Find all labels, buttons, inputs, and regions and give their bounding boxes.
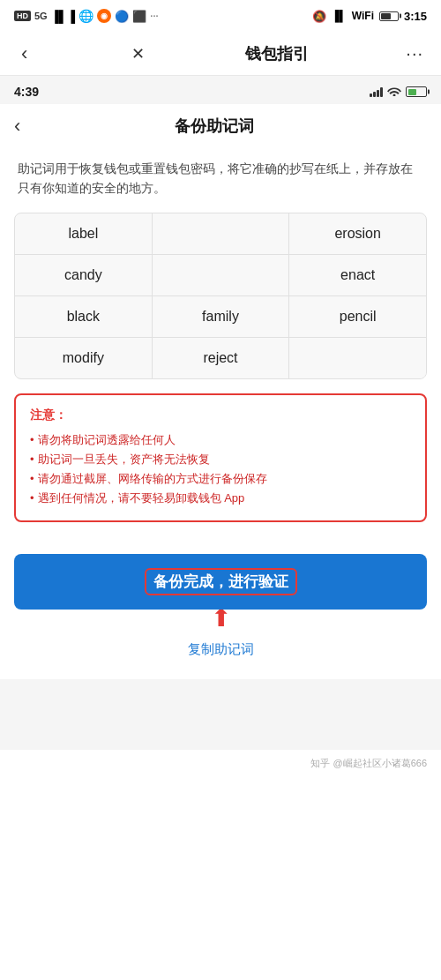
action-section: 备份完成，进行验证 ⬆ 复制助记词 xyxy=(0,540,441,679)
arrow-wrapper: ⬆ xyxy=(14,606,427,631)
more-options-icon[interactable]: ··· xyxy=(406,43,423,64)
inner-phone-frame: 4:39 ‹ 备份 xyxy=(0,76,441,750)
inner-wifi-icon xyxy=(387,86,401,99)
inner-clock: 4:39 xyxy=(14,85,39,99)
mnemonic-word-3: erosion xyxy=(289,213,426,254)
inner-status-right xyxy=(370,86,427,99)
mnemonic-word-2 xyxy=(153,213,290,254)
outer-status-left: HD 5G ▐▌▐ 🌐 ◉ 🔵 ⬛ ··· xyxy=(14,9,159,23)
mnemonic-row-4: modify reject xyxy=(15,338,426,378)
warning-title: 注意： xyxy=(30,408,411,423)
bullet-icon-1: • xyxy=(30,430,34,450)
mnemonic-word-9: pencil xyxy=(289,296,426,337)
5g-signal: 5G xyxy=(34,11,48,21)
mnemonic-word-6: enact xyxy=(289,255,426,295)
app-icon-2: 🔵 xyxy=(115,10,129,23)
warning-item-3: • 请勿通过截屏、网络传输的方式进行备份保存 xyxy=(30,469,411,489)
outer-status-right: 🔕 ▐▌ WiFi 3:15 xyxy=(312,10,427,23)
signal-icon: ▐▌ xyxy=(332,10,347,22)
mnemonic-word-12 xyxy=(289,338,426,378)
clock-time: 3:15 xyxy=(404,10,427,23)
inner-page-title: 备份助记词 xyxy=(27,116,400,137)
inner-back-chevron-icon: ‹ xyxy=(14,115,20,137)
bar-3 xyxy=(377,90,379,97)
inner-signal-bars xyxy=(370,86,383,97)
inner-back-button[interactable]: ‹ xyxy=(14,113,27,139)
app-icon-1: ◉ xyxy=(97,9,111,23)
description-text: 助记词用于恢复钱包或重置钱包密码，将它准确的抄写在纸上，并存放在只有你知道的安全… xyxy=(0,148,441,213)
mnemonic-word-5 xyxy=(153,255,290,295)
wifi-icon: WiFi xyxy=(352,10,374,22)
mnemonic-word-1: label xyxy=(15,213,153,254)
mnemonic-grid: label erosion candy enact black family p… xyxy=(14,213,427,379)
outer-back-button[interactable]: ‹ xyxy=(18,39,31,69)
hd-badge: HD xyxy=(14,11,31,21)
outer-nav-bar: ‹ ✕ 钱包指引 ··· xyxy=(0,32,441,76)
mnemonic-word-8-family: family xyxy=(153,296,290,337)
warning-box: 注意： • 请勿将助记词透露给任何人 • 助记词一旦丢失，资产将无法恢复 • 请… xyxy=(14,393,427,522)
bullet-icon-4: • xyxy=(30,489,34,508)
app-icon-3: ⬛ xyxy=(132,10,146,23)
mnemonic-row-1: label erosion xyxy=(15,213,426,255)
button-label: 备份完成，进行验证 xyxy=(145,568,297,595)
mnemonic-word-7: black xyxy=(15,296,153,337)
warning-item-4: • 遇到任何情况，请不要轻易卸载钱包 App xyxy=(30,489,411,508)
warning-item-1: • 请勿将助记词透露给任何人 xyxy=(30,430,411,450)
watermark: 知乎 @崛起社区小诸葛666 xyxy=(0,750,441,777)
bar-1 xyxy=(370,94,372,97)
bottom-spacing xyxy=(0,679,441,750)
bar-4 xyxy=(380,87,383,97)
signal-bars-icon: ▐▌▐ xyxy=(51,10,76,23)
inner-status-bar: 4:39 xyxy=(0,76,441,104)
mnemonic-word-10: modify xyxy=(15,338,153,378)
warning-item-2: • 助记词一旦丢失，资产将无法恢复 xyxy=(30,450,411,469)
mnemonic-row-2: candy enact xyxy=(15,255,426,296)
backup-verify-button[interactable]: 备份完成，进行验证 xyxy=(14,554,427,610)
inner-battery-icon xyxy=(406,86,427,97)
inner-nav-bar: ‹ 备份助记词 xyxy=(0,104,441,148)
mnemonic-row-3: black family pencil xyxy=(15,296,426,338)
back-chevron-icon: ‹ xyxy=(21,42,27,65)
bar-2 xyxy=(373,92,376,97)
more-apps: ··· xyxy=(150,11,158,21)
up-arrow-icon: ⬆ xyxy=(211,606,231,631)
inner-content-area: ‹ 备份助记词 助记词用于恢复钱包或重置钱包密码，将它准确的抄写在纸上，并存放在… xyxy=(0,104,441,750)
bullet-icon-2: • xyxy=(30,450,34,469)
battery-icon xyxy=(379,11,399,21)
outer-nav-title: 钱包指引 xyxy=(245,43,309,64)
copy-mnemonic-link[interactable]: 复制助记词 xyxy=(14,641,427,672)
mnemonic-word-11: reject xyxy=(153,338,290,378)
close-icon: ✕ xyxy=(131,44,145,64)
mute-icon: 🔕 xyxy=(312,10,326,23)
app-icon-weibo: 🌐 xyxy=(78,9,93,23)
outer-status-bar: HD 5G ▐▌▐ 🌐 ◉ 🔵 ⬛ ··· 🔕 ▐▌ WiFi 3:15 xyxy=(0,0,441,32)
outer-close-button[interactable]: ✕ xyxy=(128,41,148,67)
bullet-icon-3: • xyxy=(30,469,34,489)
mnemonic-word-4: candy xyxy=(15,255,153,295)
